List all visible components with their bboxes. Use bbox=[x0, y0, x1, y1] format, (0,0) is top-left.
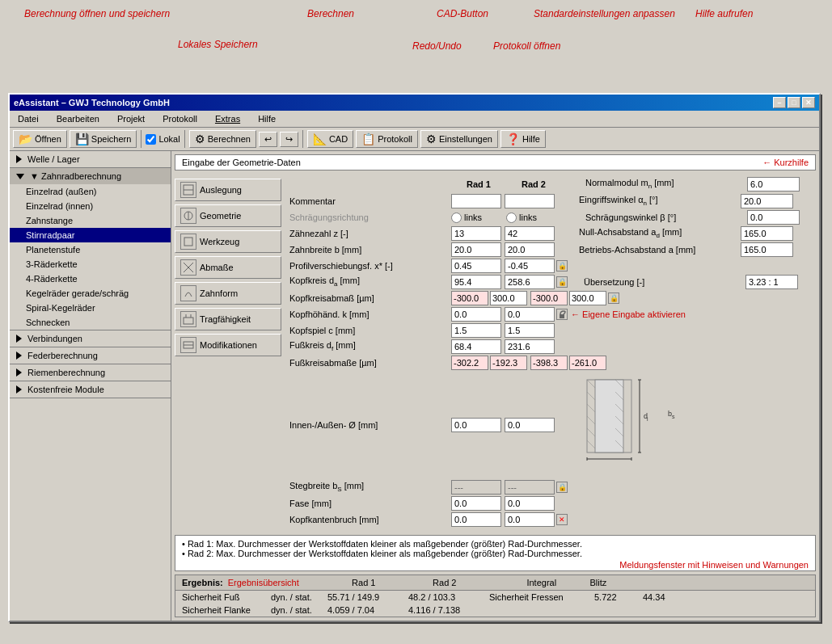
hilfe-button[interactable]: ❓ Hilfe bbox=[500, 130, 546, 148]
werkzeug-button[interactable]: Werkzeug bbox=[175, 230, 281, 253]
zahnradberechnung-header[interactable]: ▼ Zahnradberechnung bbox=[10, 168, 171, 184]
menu-extras[interactable]: Extras bbox=[210, 112, 245, 125]
einzelrad-aussen-item[interactable]: Einzelrad (außen) bbox=[10, 184, 171, 199]
null-achsabstand-input[interactable] bbox=[741, 226, 793, 241]
stegbreite-rad2[interactable] bbox=[505, 480, 555, 495]
werkzeug-label: Werkzeug bbox=[200, 237, 239, 246]
normalmodul-input[interactable] bbox=[747, 177, 800, 192]
menu-hilfe[interactable]: Hilfe bbox=[253, 112, 281, 125]
speichern-button[interactable]: 💾 Speichern bbox=[70, 130, 137, 148]
berechnen-button[interactable]: ⚙ Berechnen bbox=[189, 130, 256, 148]
uebersetzung-input[interactable] bbox=[745, 275, 798, 289]
abmasse-button[interactable]: Abmaße bbox=[175, 256, 281, 279]
federberechnung-header[interactable]: Federberechnung bbox=[10, 347, 171, 364]
riemenberechnung-header[interactable]: Riemenberechnung bbox=[10, 364, 171, 381]
kopfspiel-rad1[interactable] bbox=[451, 323, 501, 338]
close-button[interactable]: ✕ bbox=[802, 97, 815, 108]
results-rad1-label: Rad 1 bbox=[323, 578, 404, 587]
welle-lager-header[interactable]: Welle / Lager bbox=[10, 151, 171, 167]
menu-protokoll[interactable]: Protokoll bbox=[158, 112, 202, 125]
kopfkantenbruch-rad2[interactable] bbox=[505, 512, 555, 527]
verbindungen-header[interactable]: Verbindungen bbox=[10, 330, 171, 347]
kopfkreisabmass-rad1-b[interactable] bbox=[490, 291, 527, 305]
kopfkreisabmass-rad2-a[interactable] bbox=[530, 291, 568, 305]
kopfkreisabmass-lock[interactable]: 🔒 bbox=[608, 293, 619, 304]
cad-button[interactable]: 📐 CAD bbox=[307, 130, 353, 148]
oeffnen-label: Öffnen bbox=[35, 134, 61, 144]
menu-bearbeiten[interactable]: Bearbeiten bbox=[52, 112, 104, 125]
fase-rad1[interactable] bbox=[451, 496, 501, 511]
kegelraeder-item[interactable]: Kegelräder gerade/schräg bbox=[10, 286, 171, 301]
profilverschiebung-row: Profilverschiebungsf. x* [-] 🔒 bbox=[286, 259, 817, 273]
kopfkantenbruch-rad1[interactable] bbox=[451, 512, 501, 527]
planetenstufe-item[interactable]: Planetenstufe bbox=[10, 242, 171, 257]
zahnezahl-rad1[interactable] bbox=[451, 226, 501, 241]
radio-links1[interactable] bbox=[451, 213, 462, 223]
fusskreisabmasse-rad1-b[interactable] bbox=[490, 356, 527, 370]
svg-rect-4 bbox=[184, 238, 192, 246]
lokal-checkbox-label[interactable]: Lokal bbox=[146, 134, 179, 145]
fase-row: Fase [mm] bbox=[286, 496, 817, 511]
einstellungen-icon: ⚙ bbox=[426, 133, 437, 145]
kommentar-rad1[interactable] bbox=[451, 194, 501, 208]
kopfhoehaend-rad1[interactable] bbox=[451, 307, 501, 322]
zahnezahl-rad2[interactable] bbox=[505, 226, 555, 241]
profilverschiebung-lock[interactable]: 🔒 bbox=[556, 260, 568, 271]
schnecken-item[interactable]: Schnecken bbox=[10, 315, 171, 330]
fusskreisabmasse-rad1-a[interactable] bbox=[451, 356, 488, 370]
kopfkreis-lock[interactable]: 🔒 bbox=[556, 276, 568, 288]
kopfkantenbruch-lock[interactable]: ✕ bbox=[556, 514, 568, 525]
stirnradpaar-item[interactable]: Stirnradpaar bbox=[10, 228, 171, 242]
kopfspiel-rad2[interactable] bbox=[505, 323, 555, 338]
stegbreite-row: Stegbreite bS [mm] 🔒 bbox=[286, 480, 817, 495]
schraegungswinkel-input[interactable] bbox=[747, 210, 800, 225]
zahnstange-item[interactable]: Zahnstange bbox=[10, 213, 171, 228]
kopfkreis-rad1[interactable] bbox=[451, 275, 501, 289]
fusskreis-rad1[interactable] bbox=[451, 339, 501, 354]
kopfhoehaend-lock[interactable] bbox=[556, 309, 568, 320]
menu-projekt[interactable]: Projekt bbox=[112, 112, 150, 125]
einstellungen-button[interactable]: ⚙ Einstellungen bbox=[420, 130, 498, 148]
zahnbreite-rad2[interactable] bbox=[505, 242, 555, 257]
fusskreisabmasse-rad2-a[interactable] bbox=[530, 356, 568, 370]
zahnform-button[interactable]: Zahnform bbox=[175, 282, 281, 305]
minimize-button[interactable]: – bbox=[773, 97, 786, 108]
fusskreis-rad2[interactable] bbox=[505, 339, 555, 354]
folder-icon: 📂 bbox=[19, 133, 32, 145]
lokal-checkbox[interactable] bbox=[146, 134, 156, 145]
eingriffswinkel-input[interactable] bbox=[741, 194, 793, 208]
zahnbreite-rad1[interactable] bbox=[451, 242, 501, 257]
spiral-kegelraeder-item[interactable]: Spiral-Kegelräder bbox=[10, 301, 171, 315]
kopfhoehaend-rad2[interactable] bbox=[505, 307, 555, 322]
kostenfreie-header[interactable]: Kostenfreie Module bbox=[10, 381, 171, 398]
fase-rad2[interactable] bbox=[505, 496, 555, 511]
fusskreisabmasse-rad2-b[interactable] bbox=[569, 356, 606, 370]
innen-aussen-rad2[interactable] bbox=[505, 418, 555, 432]
profilverschiebung-rad2[interactable] bbox=[505, 259, 555, 273]
menu-datei[interactable]: Datei bbox=[13, 112, 44, 125]
modifikationen-button[interactable]: Modifikationen bbox=[175, 334, 281, 356]
protokoll-button[interactable]: 📋 Protokoll bbox=[356, 130, 418, 148]
4-raederkette-item[interactable]: 4-Räderkette bbox=[10, 271, 171, 286]
kopfkreisabmass-rad2-b[interactable] bbox=[569, 291, 606, 305]
3-raederkette-item[interactable]: 3-Räderkette bbox=[10, 257, 171, 271]
oeffnen-button[interactable]: 📂 Öffnen bbox=[13, 130, 67, 148]
profilverschiebung-rad1[interactable] bbox=[451, 259, 501, 273]
stegbreite-rad1[interactable] bbox=[451, 480, 501, 495]
radio-links2[interactable] bbox=[506, 213, 517, 223]
kommentar-rad2[interactable] bbox=[505, 194, 555, 208]
maximize-button[interactable]: □ bbox=[788, 97, 800, 108]
auslegung-button[interactable]: Auslegung bbox=[175, 179, 281, 201]
geometrie-button[interactable]: Geometrie bbox=[175, 204, 281, 227]
kopfkreis-rad2[interactable] bbox=[505, 275, 555, 289]
tragfaehigkeit-button[interactable]: Tragfähigkeit bbox=[175, 308, 281, 330]
innen-aussen-rad1[interactable] bbox=[451, 418, 501, 432]
links2-label: links bbox=[519, 213, 537, 222]
einzelrad-innen-item[interactable]: Einzelrad (innen) bbox=[10, 199, 171, 213]
stegbreite-lock[interactable]: 🔒 bbox=[556, 482, 568, 493]
undo-button[interactable]: ↩ bbox=[259, 132, 277, 147]
betriebs-achsabstand-input[interactable] bbox=[741, 242, 793, 257]
kopfkreisabmass-rad1-a[interactable] bbox=[451, 291, 488, 305]
redo-button[interactable]: ↪ bbox=[280, 132, 298, 147]
sflanke-label: Sicherheit Flanke bbox=[182, 605, 271, 615]
